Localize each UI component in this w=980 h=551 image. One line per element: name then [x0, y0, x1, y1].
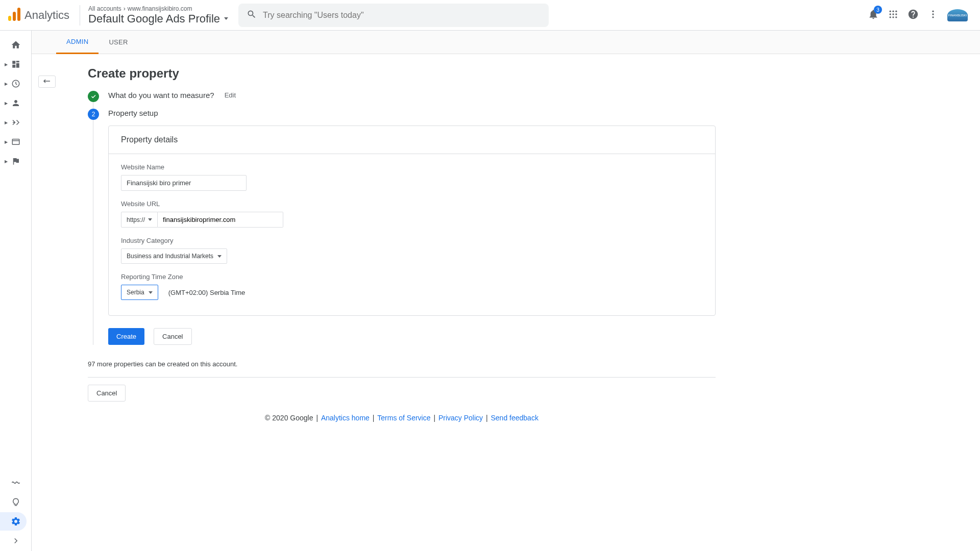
nav-realtime[interactable]: ▶ — [6, 74, 26, 93]
industry-value: Business and Industrial Markets — [127, 253, 213, 260]
caret-down-icon — [217, 255, 222, 258]
search-icon — [247, 9, 257, 21]
svg-rect-17 — [16, 63, 19, 68]
expand-caret-icon: ▶ — [5, 120, 8, 125]
breadcrumb: All accounts › www.finansijskibiro.com — [88, 5, 228, 12]
svg-point-11 — [895, 16, 897, 18]
svg-point-3 — [890, 11, 891, 12]
account-selector[interactable]: All accounts › www.finansijskibiro.com D… — [80, 5, 228, 26]
expand-caret-icon: ▶ — [5, 82, 8, 86]
search-box[interactable] — [238, 4, 549, 27]
svg-point-5 — [895, 11, 897, 12]
step-1-edit-link[interactable]: Edit — [225, 91, 236, 99]
nav-attribution[interactable] — [6, 473, 26, 492]
caret-down-icon — [224, 17, 228, 20]
nav-discover[interactable] — [6, 493, 26, 511]
nav-customization[interactable]: ▶ — [6, 55, 26, 73]
notifications-button[interactable]: 3 — [868, 9, 879, 21]
divider — [88, 377, 716, 378]
protocol-value: https:// — [127, 216, 145, 223]
timezone-country-select[interactable]: Serbia — [121, 285, 158, 300]
org-logo[interactable]: FINANSIJSKI — [947, 9, 968, 21]
tab-user[interactable]: USER — [99, 31, 138, 54]
timezone-country-value: Serbia — [127, 289, 144, 296]
nav-audience[interactable]: ▶ — [6, 94, 26, 112]
footer-terms-link[interactable]: Terms of Service — [377, 414, 430, 422]
step-2-title: Property setup — [108, 109, 158, 117]
field-website-url: Website URL https:// — [121, 200, 703, 228]
stepper: What do you want to measure? Edit 2 Prop… — [88, 91, 716, 345]
expand-caret-icon: ▶ — [5, 62, 8, 67]
website-url-label: Website URL — [121, 200, 703, 208]
svg-point-14 — [932, 16, 934, 18]
breadcrumb-all-accounts: All accounts — [88, 5, 121, 12]
header-actions: 3 FINANSIJSKI — [868, 9, 972, 21]
svg-rect-2 — [17, 8, 20, 21]
svg-rect-18 — [12, 65, 15, 68]
svg-rect-16 — [16, 61, 19, 62]
left-nav-rail: ▶ ▶ ▶ ▶ ▶ ▶ — [0, 31, 32, 551]
nav-behavior[interactable]: ▶ — [6, 133, 26, 151]
svg-point-7 — [892, 13, 894, 15]
field-website-name: Website Name — [121, 163, 703, 191]
svg-point-8 — [895, 13, 897, 15]
nav-home[interactable] — [6, 36, 26, 54]
svg-rect-20 — [12, 139, 19, 145]
more-vert-icon[interactable] — [928, 9, 938, 21]
nav-acquisition[interactable]: ▶ — [6, 113, 26, 132]
tab-admin[interactable]: ADMIN — [56, 31, 99, 54]
svg-point-4 — [892, 11, 894, 12]
website-name-input[interactable] — [121, 175, 247, 191]
svg-rect-1 — [13, 12, 16, 21]
svg-point-6 — [890, 13, 891, 15]
admin-tab-bar: ADMIN USER — [32, 31, 980, 54]
svg-point-12 — [932, 11, 934, 12]
caret-down-icon — [148, 218, 152, 221]
nav-conversions[interactable]: ▶ — [6, 152, 26, 170]
website-url-input[interactable] — [158, 212, 283, 228]
app-name: Analytics — [24, 9, 69, 22]
svg-rect-0 — [8, 16, 11, 21]
app-header: Analytics All accounts › www.finansijski… — [0, 0, 980, 31]
svg-point-13 — [932, 13, 934, 15]
expand-caret-icon: ▶ — [5, 101, 8, 106]
expand-caret-icon: ▶ — [5, 140, 8, 144]
page-footer: © 2020 Google | Analytics home | Terms o… — [88, 402, 716, 428]
profile-name: Default Google Ads Profile — [88, 12, 220, 26]
bottom-cancel-button[interactable]: Cancel — [88, 385, 126, 402]
caret-down-icon — [149, 291, 153, 294]
create-button[interactable]: Create — [108, 328, 144, 345]
notification-badge: 3 — [874, 6, 882, 14]
help-icon[interactable] — [908, 9, 919, 21]
nav-collapse[interactable] — [6, 532, 26, 550]
field-industry: Industry Category Business and Industria… — [121, 237, 703, 264]
footer-copyright: © 2020 Google — [265, 414, 313, 422]
footer-analytics-home-link[interactable]: Analytics home — [321, 414, 370, 422]
card-header: Property details — [109, 126, 715, 154]
footer-privacy-link[interactable]: Privacy Policy — [438, 414, 483, 422]
step-1: What do you want to measure? Edit — [88, 91, 716, 99]
timezone-value: (GMT+02:00) Serbia Time — [168, 289, 246, 296]
website-name-label: Website Name — [121, 163, 703, 171]
property-details-card: Property details Website Name Website UR… — [108, 126, 716, 316]
expand-caret-icon: ▶ — [5, 159, 8, 164]
footer-feedback-link[interactable]: Send feedback — [491, 414, 538, 422]
field-timezone: Reporting Time Zone Serbia (GMT+02:00) S… — [121, 273, 703, 300]
main-content: Create property What do you want to meas… — [32, 54, 980, 551]
apps-icon[interactable] — [888, 9, 898, 21]
svg-point-9 — [890, 16, 891, 18]
svg-rect-15 — [12, 61, 15, 64]
back-button[interactable] — [38, 76, 56, 88]
form-actions: Create Cancel — [108, 328, 716, 345]
nav-admin[interactable] — [0, 512, 27, 531]
step-1-title: What do you want to measure? — [108, 91, 214, 99]
cancel-button[interactable]: Cancel — [154, 328, 191, 345]
step-done-icon — [88, 91, 99, 102]
search-input[interactable] — [263, 11, 541, 20]
analytics-logo-icon — [8, 8, 20, 22]
chevron-right-icon: › — [124, 5, 126, 12]
protocol-select[interactable]: https:// — [121, 212, 158, 228]
step-2: 2 Property setup Property details Websit… — [88, 109, 716, 345]
page-title: Create property — [88, 66, 716, 81]
industry-select[interactable]: Business and Industrial Markets — [121, 248, 227, 264]
